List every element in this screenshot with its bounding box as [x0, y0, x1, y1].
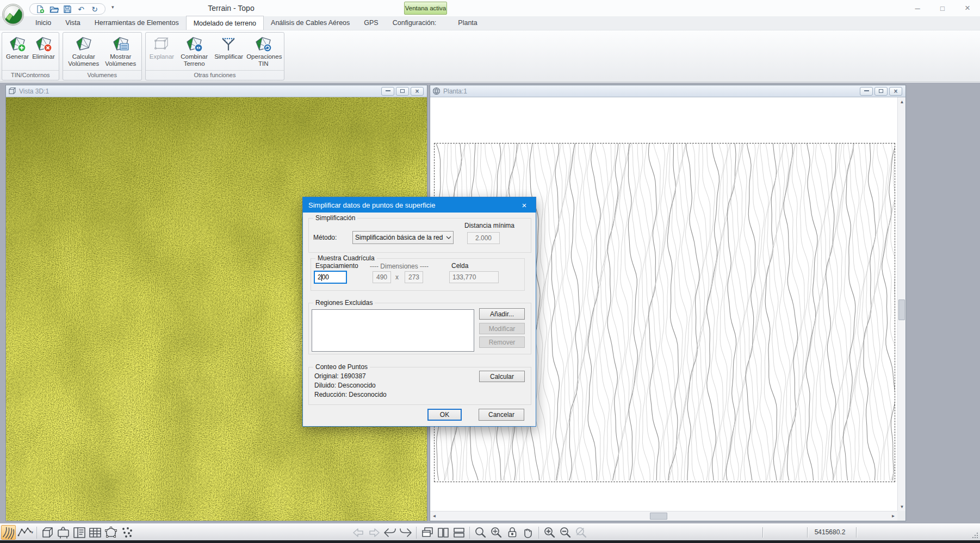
new-document-button[interactable]	[35, 4, 45, 14]
boundary-polygon-tool[interactable]	[103, 525, 118, 540]
save-button[interactable]	[63, 4, 72, 14]
ribbon-button-eliminar[interactable]: Eliminar	[30, 34, 57, 61]
close-button[interactable]: ×	[959, 2, 976, 14]
ribbon-button-combinar-terreno[interactable]: Combinar Terreno	[176, 34, 213, 68]
3d-view-cube-icon	[8, 87, 16, 95]
restore-button[interactable]	[874, 87, 888, 96]
planta-titlebar[interactable]: Planta:1 ×	[430, 85, 905, 97]
zoom-disabled-button	[574, 525, 588, 540]
horizontal-scroll-thumb[interactable]	[650, 513, 667, 520]
excluded-regions-listbox[interactable]	[312, 309, 474, 352]
distancia-minima-value: 2.000	[475, 234, 492, 242]
tab-planta[interactable]: Planta	[451, 16, 484, 30]
planta-window-title: Planta:1	[443, 88, 857, 95]
dialog-titlebar[interactable]: Simplificar datos de puntos de superfici…	[303, 197, 536, 213]
ribbon-button-operaciones-tin[interactable]: Operaciones TIN	[245, 34, 282, 68]
reduction-count: Reducción: Desconocido	[314, 391, 387, 398]
tab-modelado-de-terreno[interactable]: Modelado de terreno	[186, 16, 264, 30]
tile-horizontal-button[interactable]	[451, 525, 466, 540]
cancelar-button[interactable]: Cancelar	[479, 409, 524, 421]
resize-grip[interactable]	[972, 532, 978, 539]
ribbon-group-volumenes: Calcular Volúmenes Mostrar Volúmenes Vol…	[63, 32, 142, 80]
window-bottom-edge	[0, 540, 980, 543]
ribbon-button-mostrar-volumenes[interactable]: Mostrar Volúmenes	[102, 34, 139, 68]
profile-view-tool[interactable]	[56, 525, 71, 540]
redo-button[interactable]: ↻	[90, 4, 100, 14]
close-button[interactable]: ×	[411, 87, 424, 96]
polyline-tool[interactable]	[17, 525, 32, 540]
minimize-button[interactable]	[860, 87, 873, 96]
minimize-button[interactable]: ─	[909, 2, 926, 14]
forward-arrow-icon	[367, 526, 381, 540]
polygon-icon	[104, 526, 118, 540]
toolbar-separator	[36, 527, 37, 539]
pan-hand-icon	[521, 526, 535, 540]
flatten-terrain-icon	[152, 35, 171, 53]
metodo-dropdown[interactable]: Simplificación básica de la red (ráp	[352, 231, 454, 244]
polyline-tool-dropdown[interactable]: ▾	[31, 530, 33, 535]
tab-inicio[interactable]: Inicio	[28, 16, 58, 30]
zoom-window-button[interactable]	[473, 525, 488, 540]
save-floppy-icon	[63, 5, 72, 14]
vista-3d-titlebar[interactable]: Vista 3D:1 ×	[6, 85, 427, 97]
forward-arrow-tail-icon	[399, 526, 413, 540]
scroll-right-button[interactable]: ►	[889, 512, 897, 520]
tab-herramientas-de-elementos[interactable]: Herramientas de Elementos	[88, 16, 186, 30]
anadir-button[interactable]: Añadir...	[479, 308, 525, 320]
customize-quick-access-button[interactable]: ▾	[111, 4, 114, 10]
pan-button[interactable]	[520, 525, 535, 540]
scroll-up-button[interactable]: ▲	[898, 97, 905, 106]
minimize-icon	[864, 90, 869, 91]
magnifier-icon	[474, 526, 488, 540]
calcular-button[interactable]: Calcular	[479, 371, 525, 382]
ok-label: OK	[440, 411, 449, 419]
cancelar-label: Cancelar	[488, 411, 514, 419]
properties-panel-tool[interactable]	[72, 525, 86, 540]
polyline-icon	[17, 526, 32, 540]
table-view-tool[interactable]	[88, 525, 102, 540]
merge-terrain-icon	[185, 35, 203, 53]
zoom-dynamic-button[interactable]	[489, 525, 504, 540]
minimize-button[interactable]	[381, 87, 394, 96]
scroll-down-button[interactable]: ▼	[898, 502, 905, 511]
vertical-scrollbar[interactable]: ▲ ▼	[897, 97, 905, 511]
tab-analisis-de-cables-aereos[interactable]: Análisis de Cables Aéreos	[264, 16, 357, 30]
zoom-lock-button[interactable]	[505, 525, 519, 540]
tab-configuracion[interactable]: Configuración:	[386, 16, 444, 30]
espaciamiento-input[interactable]: 200	[314, 271, 347, 284]
window-controls: ─ □ ×	[909, 2, 976, 14]
ribbon-group-label: TIN/Contornos	[2, 70, 59, 80]
ok-button[interactable]: OK	[427, 409, 462, 421]
point-cloud-tool[interactable]	[119, 525, 134, 540]
cascade-windows-icon	[420, 526, 435, 540]
vertical-scroll-thumb[interactable]	[898, 299, 905, 320]
close-button[interactable]: ×	[889, 87, 902, 96]
tile-vertical-button[interactable]	[436, 525, 450, 540]
ribbon-button-calcular-volumenes[interactable]: Calcular Volúmenes	[65, 34, 102, 68]
zoom-out-button[interactable]	[558, 525, 573, 540]
distancia-minima-input: 2.000	[467, 232, 500, 244]
3d-view-tool[interactable]	[40, 525, 55, 540]
undo-button[interactable]: ↶	[76, 4, 86, 14]
app-logo-button[interactable]	[2, 4, 24, 26]
anadir-label: Añadir...	[490, 310, 514, 318]
points-icon	[120, 526, 134, 540]
horizontal-scrollbar[interactable]: ◄ ►	[430, 511, 897, 521]
zoom-in-button[interactable]	[542, 525, 557, 540]
ribbon-button-generar[interactable]: Generar	[4, 34, 30, 61]
maximize-button[interactable]: □	[934, 2, 951, 14]
maximize-icon: □	[940, 4, 945, 13]
restore-button[interactable]	[396, 87, 409, 96]
open-file-button[interactable]	[49, 4, 59, 14]
next-zoom-button[interactable]	[398, 525, 413, 540]
tab-vista[interactable]: Vista	[58, 16, 88, 30]
ribbon-button-simplificar[interactable]: Simplificar	[213, 34, 245, 61]
cascade-windows-button[interactable]	[420, 525, 435, 540]
scrollbar-corner	[897, 511, 905, 521]
tab-gps[interactable]: GPS	[357, 16, 385, 30]
previous-zoom-button[interactable]	[382, 525, 397, 540]
dialog-close-button[interactable]: ×	[513, 197, 536, 213]
coordinate-readout: 5415680.2	[806, 528, 854, 536]
scroll-left-button[interactable]: ◄	[430, 512, 438, 520]
contour-display-tool[interactable]	[1, 525, 16, 540]
